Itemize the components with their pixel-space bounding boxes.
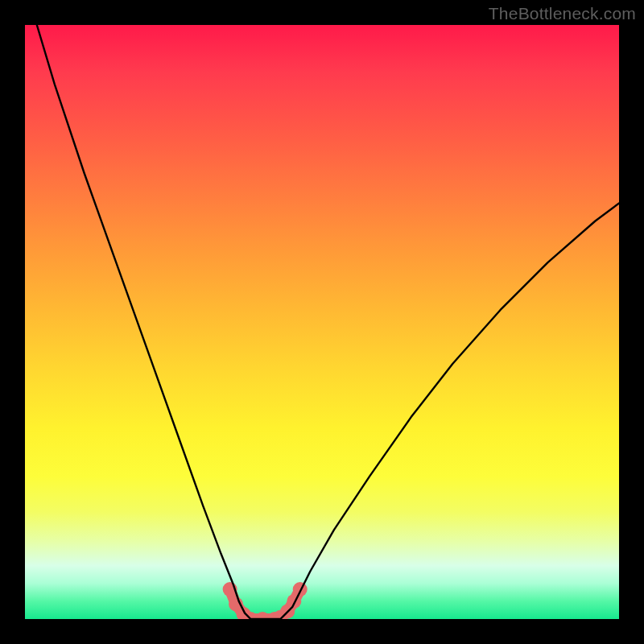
svg-point-9 xyxy=(293,582,308,597)
chart-svg xyxy=(25,25,619,619)
chart-frame xyxy=(25,25,619,619)
watermark-text: TheBottleneck.com xyxy=(489,4,636,23)
bottleneck-curve xyxy=(37,25,619,619)
